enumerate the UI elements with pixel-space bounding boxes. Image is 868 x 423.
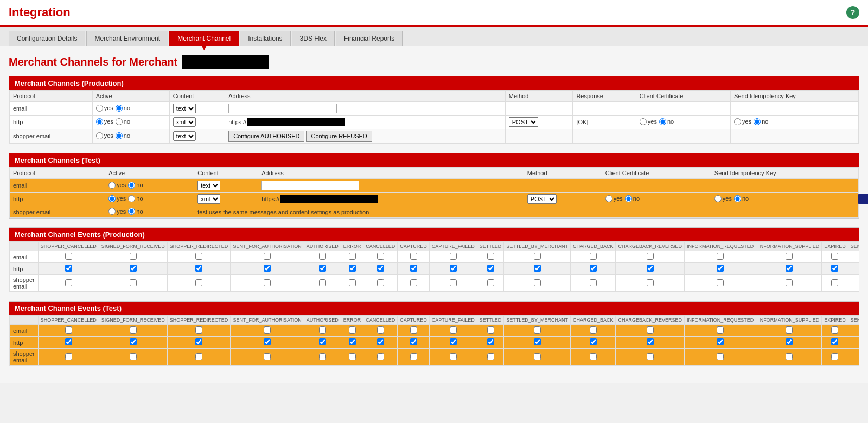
test-http-ev-15[interactable] xyxy=(831,338,838,345)
t-http-method-select[interactable]: POSTGET xyxy=(527,194,557,204)
t-email-address-input[interactable] xyxy=(261,181,359,190)
prod-email-ev-3[interactable] xyxy=(264,253,271,260)
prod-http-ev-13[interactable] xyxy=(717,265,724,272)
test-shopper-ev-12[interactable] xyxy=(647,353,654,360)
test-http-ev-13[interactable] xyxy=(717,338,724,345)
test-shopper-ev-1[interactable] xyxy=(130,353,137,360)
http-active-no-radio[interactable] xyxy=(116,118,123,125)
test-email-ev-15[interactable] xyxy=(831,326,838,334)
tab-financial-reports[interactable]: Financial Reports xyxy=(336,31,403,46)
prod-shopper-ev-5[interactable] xyxy=(349,279,356,286)
prod-shopper-ev-15[interactable] xyxy=(831,279,838,286)
t-shopper-active-no-radio[interactable] xyxy=(128,208,135,215)
prod-shopper-ev-9[interactable] xyxy=(487,279,494,286)
prod-http-ev-14[interactable] xyxy=(786,265,793,272)
test-email-ev-1[interactable] xyxy=(130,326,137,334)
test-email-ev-10[interactable] xyxy=(534,326,541,334)
t-http-active-no-radio[interactable] xyxy=(128,195,135,202)
prod-http-ev-12[interactable] xyxy=(647,265,654,272)
t-http-cert-yes-radio[interactable] xyxy=(605,195,612,202)
t-email-content-select[interactable]: textxml xyxy=(197,181,220,190)
http-cert-yes-radio[interactable] xyxy=(640,118,647,125)
test-email-ev-0[interactable] xyxy=(65,326,72,334)
tab-installations[interactable]: Installations xyxy=(240,31,290,46)
test-http-ev-10[interactable] xyxy=(534,338,541,345)
http-cert-no-radio[interactable] xyxy=(659,118,666,125)
test-shopper-ev-5[interactable] xyxy=(349,353,356,360)
shopper-active-no-radio[interactable] xyxy=(116,132,123,139)
prod-shopper-ev-14[interactable] xyxy=(786,279,793,286)
prod-http-ev-7[interactable] xyxy=(410,265,417,272)
t-http-active-yes-radio[interactable] xyxy=(108,195,116,202)
test-shopper-ev-2[interactable] xyxy=(195,353,202,360)
test-email-ev-4[interactable] xyxy=(319,326,326,334)
t-http-content-select[interactable]: xmltext xyxy=(197,194,220,204)
test-http-ev-12[interactable] xyxy=(647,338,654,345)
test-shopper-ev-14[interactable] xyxy=(786,353,793,360)
test-http-ev-4[interactable] xyxy=(319,338,326,345)
tab-3ds-flex[interactable]: 3DS Flex xyxy=(292,31,335,46)
test-shopper-ev-6[interactable] xyxy=(377,353,384,360)
configure-authorised-button[interactable]: Configure AUTHORISED xyxy=(228,131,304,142)
tab-configuration-details[interactable]: Configuration Details xyxy=(9,31,85,46)
prod-http-ev-5[interactable] xyxy=(349,265,356,272)
prod-http-ev-1[interactable] xyxy=(130,265,137,272)
prod-email-ev-9[interactable] xyxy=(487,253,494,260)
prod-email-ev-14[interactable] xyxy=(786,253,793,260)
test-shopper-ev-11[interactable] xyxy=(590,353,597,360)
prod-email-ev-7[interactable] xyxy=(410,253,417,260)
shopper-content-select[interactable]: textxml xyxy=(173,131,196,141)
http-content-select[interactable]: xmltext xyxy=(173,117,196,127)
prod-http-ev-3[interactable] xyxy=(264,265,271,272)
prod-email-ev-4[interactable] xyxy=(319,253,326,260)
shopper-active-yes-radio[interactable] xyxy=(96,132,103,139)
prod-email-ev-10[interactable] xyxy=(534,253,541,260)
test-http-ev-0[interactable] xyxy=(65,338,72,345)
test-email-ev-3[interactable] xyxy=(264,326,271,334)
t-email-active-no-radio[interactable] xyxy=(128,182,135,189)
test-email-ev-9[interactable] xyxy=(487,326,494,334)
test-email-ev-13[interactable] xyxy=(717,326,724,334)
prod-http-ev-6[interactable] xyxy=(377,265,384,272)
prod-shopper-ev-13[interactable] xyxy=(717,279,724,286)
prod-http-ev-10[interactable] xyxy=(534,265,541,272)
prod-email-ev-11[interactable] xyxy=(590,253,597,260)
tab-merchant-channel[interactable]: Merchant Channel xyxy=(169,31,239,46)
prod-email-ev-1[interactable] xyxy=(130,253,137,260)
test-email-ev-12[interactable] xyxy=(647,326,654,334)
test-shopper-ev-8[interactable] xyxy=(450,353,457,360)
prod-http-ev-8[interactable] xyxy=(450,265,457,272)
test-http-ev-8[interactable] xyxy=(450,338,457,345)
prod-email-ev-6[interactable] xyxy=(377,253,384,260)
test-shopper-ev-9[interactable] xyxy=(487,353,494,360)
help-icon[interactable]: ? xyxy=(846,6,859,19)
test-shopper-ev-13[interactable] xyxy=(717,353,724,360)
prod-shopper-ev-7[interactable] xyxy=(410,279,417,286)
t-email-active-yes-radio[interactable] xyxy=(108,182,116,189)
test-email-ev-7[interactable] xyxy=(410,326,417,334)
http-idkey-no-radio[interactable] xyxy=(754,118,761,125)
t-http-idkey-yes-radio[interactable] xyxy=(714,195,722,202)
test-http-ev-11[interactable] xyxy=(590,338,597,345)
http-method-select[interactable]: POSTGET xyxy=(509,117,538,127)
test-http-ev-2[interactable] xyxy=(195,338,202,345)
t-http-idkey-no-radio[interactable] xyxy=(734,195,741,202)
http-idkey-yes-radio[interactable] xyxy=(734,118,741,125)
test-email-ev-2[interactable] xyxy=(195,326,202,334)
test-shopper-ev-3[interactable] xyxy=(264,353,271,360)
test-http-ev-1[interactable] xyxy=(130,338,137,345)
email-active-yes-radio[interactable] xyxy=(96,105,103,112)
test-email-ev-11[interactable] xyxy=(590,326,597,334)
test-email-ev-6[interactable] xyxy=(377,326,384,334)
prod-email-ev-13[interactable] xyxy=(717,253,724,260)
prod-email-ev-5[interactable] xyxy=(349,253,356,260)
test-http-ev-9[interactable] xyxy=(487,338,494,345)
prod-http-ev-4[interactable] xyxy=(319,265,326,272)
prod-http-ev-2[interactable] xyxy=(195,265,202,272)
test-http-ev-3[interactable] xyxy=(264,338,271,345)
test-shopper-ev-15[interactable] xyxy=(831,353,838,360)
prod-email-ev-0[interactable] xyxy=(65,253,72,260)
test-shopper-ev-0[interactable] xyxy=(65,353,72,360)
test-email-ev-5[interactable] xyxy=(349,326,356,334)
test-shopper-ev-10[interactable] xyxy=(534,353,541,360)
